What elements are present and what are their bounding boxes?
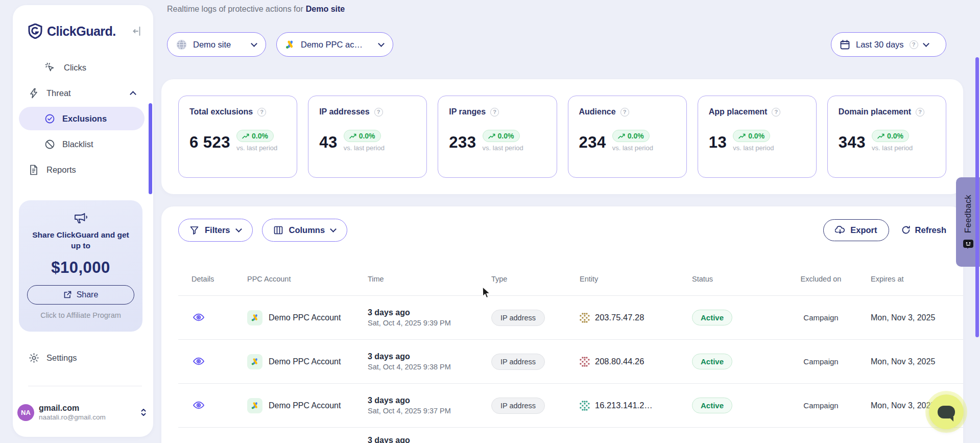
identicon: [580, 313, 590, 323]
table-toolbar: Filters Columns Export Refresh: [178, 218, 946, 242]
brand: ClickGuard.: [28, 24, 143, 39]
share-button[interactable]: Share: [27, 285, 134, 305]
filters-button[interactable]: Filters: [178, 219, 253, 242]
row-status-badge: Active: [692, 398, 732, 413]
help-icon[interactable]: [916, 108, 924, 116]
gear-icon: [28, 353, 39, 363]
stat-caption: vs. last period: [872, 144, 913, 152]
trending-up-icon: [488, 133, 495, 139]
help-icon[interactable]: [374, 108, 383, 116]
export-button[interactable]: Export: [823, 219, 889, 241]
page-scrollbar[interactable]: [975, 57, 979, 337]
sidebar-item-blacklist[interactable]: Blacklist: [19, 132, 145, 156]
row-account-name: Demo PPC Account: [269, 313, 341, 322]
help-icon[interactable]: [910, 40, 918, 49]
bolt-icon: [28, 88, 39, 99]
row-time-relative: 3 days ago: [368, 352, 491, 361]
filters-button-label: Filters: [205, 225, 230, 235]
delta-badge: 0.0%: [612, 130, 650, 142]
ppc-account-selector[interactable]: Demo PPC ac…: [276, 32, 393, 57]
site-selector[interactable]: Demo site: [167, 32, 266, 57]
app-root: ClickGuard. Clicks Threat Exclusions: [0, 0, 980, 443]
user-info: gmail.com naatali.ro@gmail.com: [39, 404, 106, 421]
ppc-account-selector-value: Demo PPC ac…: [301, 40, 363, 50]
stat-caption: vs. last period: [344, 144, 385, 152]
user-email: naatali.ro@gmail.com: [39, 413, 106, 421]
row-time-relative: 3 days ago: [368, 308, 491, 317]
sidebar-collapse-icon[interactable]: [132, 26, 143, 37]
chat-launcher-button[interactable]: [929, 394, 964, 429]
stat-caption: vs. last period: [483, 144, 523, 152]
row-type-badge: IP address: [491, 398, 545, 414]
delta-badge: 0.0%: [872, 130, 909, 142]
row-ppc-account: Demo PPC Account: [247, 354, 368, 369]
external-link-icon: [63, 290, 72, 299]
refresh-button-label: Refresh: [915, 225, 946, 235]
stat-title: IP ranges: [449, 107, 486, 116]
sidebar-item-reports[interactable]: Reports: [19, 158, 145, 181]
columns-button[interactable]: Columns: [262, 219, 348, 242]
account-switcher[interactable]: NA gmail.com naatali.ro@gmail.com: [17, 404, 149, 421]
page-subtitle: Realtime logs of protective actions forD…: [167, 5, 345, 14]
trending-up-icon: [349, 133, 356, 139]
stat-card-total-exclusions: Total exclusions 6 523 0.0% vs. last per…: [178, 96, 297, 178]
row-time: 3 days ago Sat, Oct 4, 2025 9:38 PM: [368, 352, 491, 371]
row-expires-at: Mon, Nov 3, 2025: [845, 313, 963, 322]
col-header-time: Time: [368, 275, 491, 283]
google-ads-icon: [247, 354, 262, 369]
stat-value: 343: [839, 134, 866, 151]
sidebar-item-settings[interactable]: Settings: [19, 346, 145, 369]
refresh-button[interactable]: Refresh: [901, 225, 946, 235]
sidebar-item-threat[interactable]: Threat: [19, 81, 145, 105]
sidebar-item-label: Threat: [46, 88, 71, 98]
sidebar-item-label: Settings: [46, 353, 77, 363]
row-account-name: Demo PPC Account: [269, 401, 341, 410]
row-entity-value: 203.75.47.28: [595, 313, 644, 322]
sidebar-item-label: Blacklist: [62, 139, 93, 149]
chevron-up-icon: [130, 91, 136, 98]
chevron-up-down-icon: [140, 408, 147, 417]
row-details-eye-icon[interactable]: [192, 312, 206, 323]
row-entity-value: 16.213.141.2…: [595, 401, 653, 410]
stat-value: 13: [709, 134, 727, 151]
stat-caption: vs. last period: [612, 144, 653, 152]
help-icon[interactable]: [490, 108, 499, 116]
date-range-selector[interactable]: Last 30 days: [831, 32, 946, 57]
exclusions-table-panel: Filters Columns Export Refresh Details P…: [161, 206, 963, 443]
columns-icon: [274, 226, 283, 235]
stat-value: 6 523: [189, 134, 230, 151]
calendar-icon: [840, 39, 850, 50]
chevron-down-icon: [378, 40, 385, 47]
identicon: [580, 357, 590, 367]
chevron-down-icon: [235, 226, 242, 232]
google-ads-icon: [247, 310, 262, 325]
help-icon[interactable]: [620, 108, 629, 116]
stat-title: IP addresses: [319, 107, 369, 116]
row-details-eye-icon[interactable]: [192, 356, 206, 367]
subtitle-text: Realtime logs of protective actions for: [167, 5, 303, 13]
row-details-eye-icon[interactable]: [192, 400, 206, 411]
help-icon[interactable]: [772, 108, 780, 116]
sidebar-item-exclusions[interactable]: Exclusions: [19, 107, 145, 130]
col-header-excluded-on: Excluded on: [797, 275, 845, 283]
sidebar-scrollbar[interactable]: [149, 103, 152, 194]
table-row: Demo PPC Account 3 days ago Sat, Oct 4, …: [178, 383, 963, 427]
col-header-status: Status: [692, 275, 797, 283]
chevron-down-icon: [923, 40, 929, 47]
sidebar-item-clicks[interactable]: Clicks: [19, 56, 145, 79]
help-icon[interactable]: [257, 108, 266, 116]
feedback-label: Feedback: [963, 195, 973, 233]
subtitle-site: Demo site: [306, 5, 345, 13]
chevron-down-icon: [330, 226, 337, 232]
row-entity: 208.80.44.26: [580, 357, 692, 367]
affiliate-promo-card: Share ClickGuard and get up to $10,000 S…: [19, 200, 142, 332]
share-button-label: Share: [77, 290, 99, 299]
stat-title: Domain placement: [839, 107, 911, 116]
trending-up-icon: [877, 133, 885, 139]
stat-card-ip-ranges: IP ranges 233 0.0% vs. last period: [438, 96, 557, 178]
affiliate-link[interactable]: Click to Affiliate Program: [27, 311, 134, 319]
row-time-relative: 3 days ago: [368, 436, 491, 443]
col-header-type: Type: [491, 275, 580, 283]
sidebar-item-label: Reports: [46, 165, 76, 175]
row-entity: 203.75.47.28: [580, 313, 692, 323]
